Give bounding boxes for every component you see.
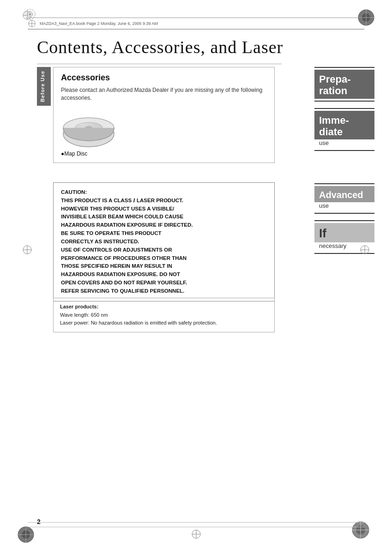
map-disc-label: ●Map Disc [61,151,267,157]
nav-title-advanced: Advanced [319,190,370,200]
nav-item-preparation[interactable]: Prepa-ration [314,67,374,102]
nav-spacer-2 [314,151,374,183]
nav-line [314,220,374,221]
caution-text: CAUTION: THIS PRODUCT IS A CLASS I LASER… [61,188,267,295]
dark-circle-bottom-left [18,526,34,545]
dark-circle-top-right [358,9,374,28]
bottom-rule-2 [28,522,364,523]
accessories-box: Accessories Please contact an Authorized… [53,67,275,163]
nav-label-if-necessary: If [314,223,374,242]
nav-line [314,67,374,68]
nav-item-immediate[interactable]: Imme-diate use [314,108,374,151]
nav-label-advanced: Advanced [314,186,374,202]
accessories-description: Please contact an Authorized Mazda Deale… [61,86,267,102]
reg-mark-bottom-mid [191,529,201,541]
title-rule [37,64,282,64]
reg-mark-left-mid [22,245,32,257]
bottom-rule [28,527,364,527]
nav-sub-advanced: use [314,202,374,211]
page-title: Contents, Accessories, and Laser [37,37,355,57]
class-i-label: I [133,198,135,203]
caution-box: CAUTION: THIS PRODUCT IS A CLASS I LASER… [53,182,275,301]
svg-point-40 [29,13,31,15]
laser-title: Laser products: Wave length: 650 nm Lase… [60,303,268,327]
laser-box: Laser products: Wave length: 650 nm Lase… [53,298,275,332]
nav-label-immediate: Imme-diate [314,111,374,140]
header-rule [28,29,364,29]
nav-sub-immediate: use [314,139,374,148]
nav-line [314,108,374,109]
caution-title: CAUTION: [61,189,87,195]
header-meta: MAZDA3_Navi_EA.book Page 2 Monday, June … [40,21,158,26]
starburst-top-left [24,8,36,22]
header-strip: MAZDA3_Navi_EA.book Page 2 Monday, June … [28,18,364,30]
accessories-title: Accessories [61,73,267,83]
right-sidebar: Prepa-ration Imme-diate use Advanced use… [314,67,374,254]
nav-spacer-3 [314,214,374,220]
nav-item-advanced[interactable]: Advanced use [314,183,374,214]
nav-title-preparation: Prepa-ration [319,73,370,97]
nav-label-preparation: Prepa-ration [314,70,374,99]
nav-line [314,183,374,184]
before-use-tab: Before Use [37,67,51,106]
reg-mark-right-mid [360,245,370,257]
nav-title-immediate: Imme-diate [319,114,370,138]
reg-mark-bottom-right [351,521,370,541]
disc-image [61,108,116,148]
nav-title-if: If [319,227,370,241]
nav-spacer-1 [314,102,374,108]
page-number: 2 [37,518,41,525]
